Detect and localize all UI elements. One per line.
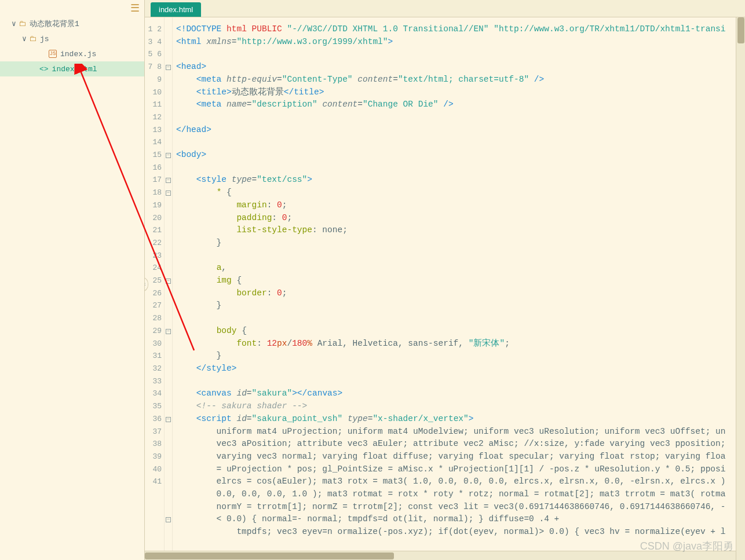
code-content[interactable]: <!DOCTYPE html PUBLIC "-//W3C//DTD XHTML…: [173, 17, 745, 560]
fold-toggle-icon[interactable]: −: [166, 329, 171, 334]
tree-item[interactable]: <>index.html: [0, 61, 144, 76]
scrollbar-vertical-thumb[interactable]: [737, 17, 744, 43]
app-root: ☰ ∨🗀动态散花背景1∨🗀jsJSindex.js<>index.html in…: [0, 0, 745, 560]
file-tree: ∨🗀动态散花背景1∨🗀jsJSindex.js<>index.html: [0, 3, 144, 76]
menu-icon[interactable]: ☰: [130, 3, 140, 14]
fold-toggle-icon[interactable]: −: [166, 517, 171, 522]
tree-item[interactable]: ∨🗀动态散花背景1: [0, 16, 144, 31]
fold-toggle-icon[interactable]: −: [166, 65, 171, 70]
fold-toggle-icon[interactable]: −: [166, 417, 171, 422]
tree-item-label: js: [40, 35, 49, 43]
fold-toggle-icon[interactable]: −: [166, 178, 171, 183]
fold-toggle-icon[interactable]: −: [166, 279, 171, 284]
folder-icon: 🗀: [19, 20, 26, 28]
scrollbar-vertical[interactable]: [736, 17, 745, 560]
html-file-icon: <>: [39, 65, 49, 74]
fold-column[interactable]: − − − − − − − −: [165, 17, 173, 560]
tree-item[interactable]: ∨🗀js: [0, 31, 144, 46]
editor-panel: index.html ‹ 1 2 3 4 5 6 7 8 9 10 11 12 …: [145, 0, 745, 560]
expand-arrow-icon[interactable]: ∨: [10, 19, 17, 28]
fold-toggle-icon[interactable]: −: [166, 153, 171, 158]
file-tree-panel: ☰ ∨🗀动态散花背景1∨🗀jsJSindex.js<>index.html: [0, 0, 145, 560]
watermark: CSDN @java李阳勇: [640, 539, 733, 553]
tree-item[interactable]: JSindex.js: [0, 46, 144, 61]
tree-item-label: index.js: [60, 50, 96, 58]
tree-item-label: index.html: [52, 65, 97, 74]
expand-arrow-icon[interactable]: ∨: [21, 34, 28, 43]
code-area[interactable]: ‹ 1 2 3 4 5 6 7 8 9 10 11 12 13 14 15 16…: [145, 17, 745, 560]
folder-icon: 🗀: [29, 35, 36, 43]
tab-bar: index.html: [145, 0, 745, 17]
tree-item-label: 动态散花背景1: [30, 19, 79, 29]
scrollbar-horizontal-thumb[interactable]: [145, 552, 394, 559]
line-gutter: 1 2 3 4 5 6 7 8 9 10 11 12 13 14 15 16 1…: [145, 17, 165, 560]
js-file-icon: JS: [49, 50, 57, 58]
tab-active[interactable]: index.html: [151, 2, 201, 17]
fold-toggle-icon[interactable]: −: [166, 191, 171, 196]
